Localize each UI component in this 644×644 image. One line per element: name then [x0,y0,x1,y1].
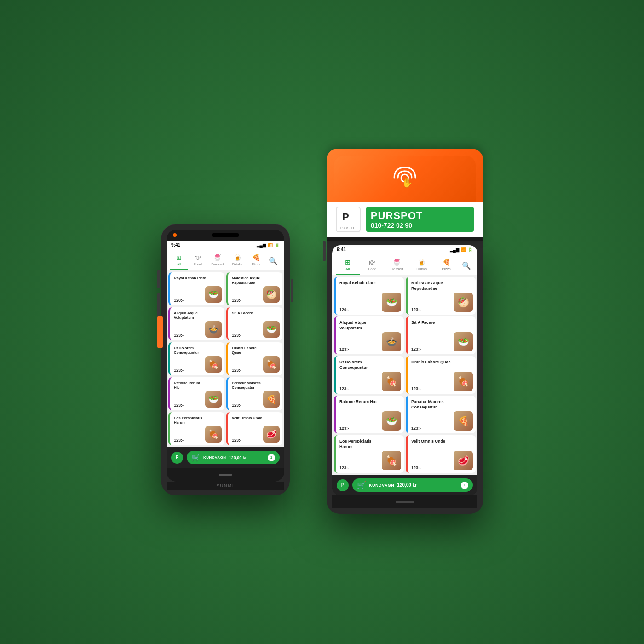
menu-item-name-8: Eos Perspiciatis Harum [174,416,207,426]
menu-item-1[interactable]: Molestiae Atque Repudiandae123:-🥙 [406,277,476,315]
food-emoji-1: 🥙 [263,286,280,303]
pos-cart-label: KUNDVAGN [369,483,394,488]
pos-body: 9:41 ▂▄▆ 📶 🔋 ⊞ All 🍽 Food [327,240,483,514]
menu-item-name-5: Omnis Labore Quae [411,360,454,365]
pos-all-icon: ⊞ [345,259,351,266]
pos-printer-unit: ✋ P PURSPOT [327,149,483,241]
pos-drinks-icon: 🍺 [418,259,426,266]
pos-tab-dessert-label: Dessert [391,267,403,271]
pos-search-button[interactable]: 🔍 [459,259,474,272]
food-emoji-1: 🥙 [454,293,473,312]
pos-signal-icon: ▂▄▆ [450,247,459,252]
menu-item-name-1: Molestiae Atque Repudiandae [411,281,454,291]
pos-home-indicator[interactable] [396,501,414,503]
menu-item-9[interactable]: Velit Omnis Unde123:-🥩 [226,412,282,445]
menu-item-img-6: 🥗 [382,411,401,431]
menu-item-img-9: 🥩 [454,451,473,470]
tab-food-label: Food [194,262,202,266]
menu-item-img-5: 🍖 [263,356,280,373]
food-icon: 🍽 [195,254,201,261]
menu-item-price-8: 123:- [339,466,349,470]
pos-bottom-bar [332,495,477,508]
tab-food[interactable]: 🍽 Food [189,252,207,270]
menu-item-0[interactable]: Royal Kebab Plate120:-🥗 [168,272,224,305]
menu-item-price-7: 123:- [411,426,421,431]
menu-item-name-2: Aliquid Atque Voluptatum [174,311,207,321]
menu-item-price-4: 123:- [174,368,184,373]
pos-printer-slot [327,237,483,241]
menu-item-6[interactable]: Ratione Rerum Hic123:-🥗 [334,396,404,433]
tab-dessert-label: Dessert [211,262,224,266]
phone-home-indicator[interactable] [218,474,232,476]
phone-cart-bar[interactable]: P 🛒 KUNDVAGN 120,00 kr 1 [167,447,284,468]
menu-item-4[interactable]: Ut Dolorem Consequuntur123:-🍖 [168,342,224,375]
menu-item-img-8: 🍖 [205,426,222,443]
tab-pizza[interactable]: 🍕 Pizza [247,252,265,270]
menu-item-0[interactable]: Royal Kebab Plate120:-🥗 [334,277,404,315]
pos-tab-food[interactable]: 🍽 Food [361,257,385,275]
pos-cart-icon: 🛒 [357,481,366,489]
menu-item-5[interactable]: Omnis Labore Quae123:-🍖 [226,342,282,375]
menu-item-8[interactable]: Eos Perspiciatis Harum123:-🍖 [334,435,404,473]
menu-item-name-9: Velit Omnis Unde [232,416,264,420]
pos-logo-letter: P [340,209,356,226]
pos-cart-button[interactable]: 🛒 KUNDVAGN 120,00 kr 1 [352,478,473,492]
menu-item-img-2: 🍲 [382,332,401,351]
phone-screen-wrap: 9:41 ▂▄▆ 📶 🔋 ⊞ All 🍽 Food [167,230,284,482]
menu-item-5[interactable]: Omnis Labore Quae123:-🍖 [406,356,476,394]
menu-item-price-5: 123:- [232,368,242,373]
food-emoji-0: 🥗 [205,286,222,303]
menu-item-name-1: Molestiae Atque Repudiandae [232,276,264,286]
menu-item-price-7: 123:- [232,403,242,408]
pos-menu-grid: Royal Kebab Plate120:-🥗Molestiae Atque R… [332,275,477,475]
tab-drinks[interactable]: 🍺 Drinks [229,252,247,270]
pos-side-button[interactable] [323,241,326,261]
menu-item-name-3: Sit A Facere [411,320,454,326]
menu-item-9[interactable]: Velit Omnis Unde123:-🥩 [406,435,476,473]
menu-item-3[interactable]: Sit A Facere123:-🥗 [226,307,282,340]
menu-item-1[interactable]: Molestiae Atque Repudiandae123:-🥙 [226,272,282,305]
pos-brand-name: PURSPOT [371,210,469,222]
volume-up-button[interactable] [157,270,160,288]
pos-battery-icon: 🔋 [468,247,473,252]
menu-item-2[interactable]: Aliquid Atque Voluptatum123:-🍲 [168,307,224,340]
pos-cart-bar[interactable]: P 🛒 KUNDVAGN 120,00 kr 1 [332,475,477,495]
food-emoji-4: 🍖 [382,372,401,391]
menu-item-7[interactable]: Pariatur Maiores Consequatur123:-🍕 [406,396,476,433]
menu-item-price-1: 123:- [411,307,421,312]
menu-item-img-0: 🥗 [382,293,401,312]
pos-nav-tabs: ⊞ All 🍽 Food 🍧 Dessert 🍺 Drinks [332,254,477,275]
menu-item-6[interactable]: Ratione Rerum Hic123:-🥗 [168,377,224,410]
phone-cart-badge: 1 [268,454,275,461]
pos-cart-badge: 1 [461,482,468,489]
tab-dessert[interactable]: 🍧 Dessert [207,252,228,270]
food-emoji-8: 🍖 [205,426,222,443]
power-button[interactable] [291,279,293,302]
menu-item-2[interactable]: Aliquid Atque Voluptatum123:-🍲 [334,316,404,354]
pos-tab-all[interactable]: ⊞ All [336,257,360,275]
pos-logo-box: P PURSPOT [336,207,361,232]
drinks-icon: 🍺 [234,254,242,261]
search-button[interactable]: 🔍 [266,255,281,267]
pos-tab-dessert[interactable]: 🍧 Dessert [385,257,409,275]
food-emoji-2: 🍲 [382,332,401,351]
menu-item-4[interactable]: Ut Dolorem Consequuntur123:-🍖 [334,356,404,394]
menu-item-img-1: 🥙 [454,293,473,312]
phone-brand-label: SUNMI [167,482,284,490]
menu-item-3[interactable]: Sit A Facere123:-🥗 [406,316,476,354]
tab-all[interactable]: ⊞ All [170,252,188,270]
menu-item-8[interactable]: Eos Perspiciatis Harum123:-🍖 [168,412,224,445]
pos-phone-number: 010-722 02 90 [371,222,469,229]
menu-item-img-2: 🍲 [205,321,222,338]
pos-tab-pizza[interactable]: 🍕 Pizza [434,257,458,275]
pos-tab-drinks[interactable]: 🍺 Drinks [410,257,434,275]
menu-item-price-2: 123:- [339,347,349,351]
menu-item-name-7: Pariatur Maiores Consequatur [232,381,264,391]
nfc-icon: ✋ [389,162,421,194]
menu-item-7[interactable]: Pariatur Maiores Consequatur123:-🍕 [226,377,282,410]
pos-tab-drinks-label: Drinks [416,267,427,271]
phone-cart-button[interactable]: 🛒 KUNDVAGN 120,00 kr 1 [187,451,280,464]
nfc-payment-area[interactable]: ✋ [389,162,421,196]
menu-item-img-1: 🥙 [263,286,280,303]
menu-item-name-3: Sit A Facere [232,311,264,316]
